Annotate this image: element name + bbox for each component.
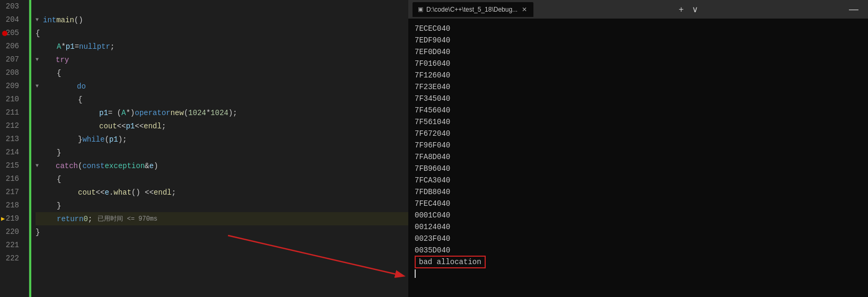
line-211: 211 — [0, 106, 23, 119]
terminal-line-8: 7F456040 — [415, 104, 862, 116]
terminal-icon: ▣ — [418, 6, 423, 13]
terminal-line-3: 7EF0D040 — [415, 46, 862, 58]
fold-icon-209[interactable]: ▼ — [36, 83, 42, 90]
terminal-line-4: 7F016040 — [415, 58, 862, 69]
line-208: 208 — [0, 66, 23, 80]
bad-allocation-line: bad allocation — [415, 256, 862, 268]
new-tab-button[interactable]: + — [677, 4, 686, 15]
code-lines: ▼ int main() { A* p1 = nullptr; ▼ try { — [31, 0, 408, 297]
terminal-tab[interactable]: ▣ D:\code\C++\test_5_18\Debug... ✕ — [413, 2, 533, 17]
code-line-205: { — [36, 27, 408, 40]
line-216: 216 — [0, 172, 23, 186]
terminal-line-19: 0023F040 — [415, 233, 862, 244]
code-line-220: } — [36, 225, 408, 239]
line-221: 221 — [0, 239, 23, 252]
tab-actions: + ∨ — [677, 3, 700, 15]
terminal-line-2: 7EDF9040 — [415, 34, 862, 46]
code-line-210: { — [36, 93, 408, 106]
minimize-button[interactable]: — — [844, 4, 864, 15]
terminal-content: 7ECEC040 7EDF9040 7EF0D040 7F016040 7F12… — [408, 19, 868, 297]
code-line-216: { — [36, 172, 408, 186]
terminal-line-14: 7FCA3040 — [415, 174, 862, 186]
line-204: 204 — [0, 13, 23, 27]
code-line-207: ▼ try — [36, 53, 408, 66]
line-210: 210 — [0, 93, 23, 106]
code-line-217: cout << e.what() << endl; — [36, 186, 408, 199]
line-206: 206 — [0, 40, 23, 53]
terminal-tab-bar: ▣ D:\code\C++\test_5_18\Debug... ✕ + ∨ — — [408, 0, 868, 19]
fold-icon-207[interactable]: ▼ — [36, 57, 42, 63]
line-214: 214 — [0, 146, 23, 159]
code-line-214: } — [36, 146, 408, 159]
terminal-line-20: 0035D040 — [415, 244, 862, 256]
line-215: 215 — [0, 159, 23, 172]
time-annotation: 已用时间 <= 970ms — [98, 214, 157, 223]
terminal-line-17: 0001C040 — [415, 209, 862, 221]
bad-allocation-text: bad allocation — [415, 256, 486, 268]
line-207: 207 — [0, 53, 23, 66]
tab-chevron-button[interactable]: ∨ — [690, 3, 700, 15]
terminal-line-5: 7F126040 — [415, 69, 862, 81]
cursor-line — [415, 268, 862, 279]
line-220: 220 — [0, 225, 23, 239]
terminal-line-12: 7FA8D040 — [415, 151, 862, 163]
line-213: 213 — [0, 133, 23, 146]
code-line-203 — [36, 0, 408, 13]
terminal-line-13: 7FB96040 — [415, 163, 862, 174]
terminal-line-10: 7F672040 — [415, 128, 862, 139]
terminal-line-1: 7ECEC040 — [415, 23, 862, 34]
code-line-215: ▼ catch (const exception& e) — [36, 159, 408, 172]
code-line-218: } — [36, 199, 408, 212]
line-209: 209 — [0, 80, 23, 93]
line-217: 217 — [0, 186, 23, 199]
code-line-219: return 0; 已用时间 <= 970ms — [36, 212, 408, 225]
line-222: 222 — [0, 252, 23, 265]
code-line-212: cout << p1 << endl; — [36, 119, 408, 133]
terminal-line-15: 7FDB8040 — [415, 186, 862, 198]
terminal-line-16: 7FEC4040 — [415, 198, 862, 209]
terminal-tab-title: D:\code\C++\test_5_18\Debug... — [426, 6, 518, 13]
line-219: 219 — [0, 212, 23, 225]
line-212: 212 — [0, 119, 23, 133]
code-line-221 — [36, 239, 408, 252]
code-line-208: { — [36, 66, 408, 80]
terminal-line-9: 7F561040 — [415, 116, 862, 128]
code-line-206: A* p1 = nullptr; — [36, 40, 408, 53]
line-numbers: 203 204 205 206 207 208 209 210 211 212 … — [0, 0, 29, 297]
fold-icon-204[interactable]: ▼ — [36, 17, 42, 23]
line-203: 203 — [0, 0, 23, 13]
terminal-line-18: 00124040 — [415, 221, 862, 233]
fold-icon-215[interactable]: ▼ — [36, 163, 42, 169]
code-line-222 — [36, 252, 408, 265]
code-line-209: ▼ do — [36, 80, 408, 93]
terminal-line-6: 7F23E040 — [415, 81, 862, 93]
terminal-line-11: 7F96F040 — [415, 139, 862, 151]
code-line-211: p1 = (A*)operator new(1024*1024); — [36, 106, 408, 119]
code-line-213: } while (p1); — [36, 133, 408, 146]
line-205: 205 — [0, 27, 23, 40]
terminal-panel: ▣ D:\code\C++\test_5_18\Debug... ✕ + ∨ —… — [408, 0, 868, 297]
terminal-line-7: 7F345040 — [415, 93, 862, 104]
code-editor: 203 204 205 206 207 208 209 210 211 212 … — [0, 0, 408, 297]
tab-close-button[interactable]: ✕ — [521, 6, 528, 13]
line-218: 218 — [0, 199, 23, 212]
code-line-204: ▼ int main() — [36, 13, 408, 27]
